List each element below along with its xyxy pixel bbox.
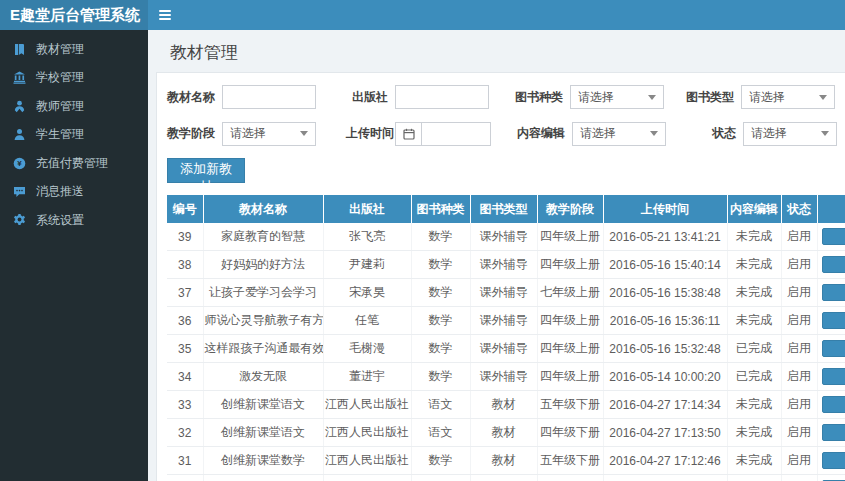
svg-text:¥: ¥ (17, 159, 22, 168)
status-select[interactable]: 请选择 (743, 122, 837, 146)
table-cell: 四年级上册 (537, 363, 603, 391)
col-header-teaching-stage: 教学阶段 (537, 195, 603, 223)
row-action-cell (817, 223, 845, 251)
teaching-stage-select[interactable]: 请选择 (222, 122, 316, 146)
table-cell: 四年级上册 (537, 251, 603, 279)
content-editor-select[interactable]: 请选择 (572, 122, 666, 146)
table-cell: 启用 (781, 251, 817, 279)
table-row: 31创维新课堂数学江西人民出版社数学教材五年级下册2016-04-27 17:1… (167, 447, 845, 475)
col-header-actions (817, 195, 845, 223)
sidebar-item-student-management[interactable]: 学生管理 (0, 121, 148, 150)
row-edit-button[interactable] (822, 452, 845, 469)
table-cell: 数学 (411, 307, 470, 335)
select-value: 请选择 (749, 89, 785, 106)
select-value: 请选择 (580, 125, 616, 142)
table-cell: 启用 (781, 419, 817, 447)
col-header-name: 教材名称 (203, 195, 323, 223)
table-cell: 已完成 (727, 363, 781, 391)
app-logo: E趣堂后台管理系统 (0, 0, 148, 30)
table-cell: 课外辅导 (470, 363, 537, 391)
row-edit-button[interactable] (822, 312, 845, 329)
hamburger-icon[interactable] (148, 0, 182, 30)
table-cell: 董进宇 (323, 363, 411, 391)
sidebar-item-recharge-management[interactable]: ¥ 充值付费管理 (0, 149, 148, 178)
table-cell: 数学 (411, 279, 470, 307)
table-cell: 课外辅导 (470, 223, 537, 251)
row-action-cell (817, 363, 845, 391)
table-cell: 启用 (781, 307, 817, 335)
table-cell: 让孩子爱学习会学习 (203, 279, 323, 307)
table-row: 36师说心灵导航教子有方任笔数学课外辅导四年级上册2016-05-16 15:3… (167, 307, 845, 335)
table-cell: 数学 (411, 447, 470, 475)
table-cell: 未完成 (727, 447, 781, 475)
message-icon (11, 185, 27, 199)
table-cell: 38 (167, 251, 203, 279)
table-cell: 教材 (470, 447, 537, 475)
table-cell: 教材 (470, 475, 537, 481)
teacher-icon (11, 99, 27, 113)
sidebar-item-school-management[interactable]: 学校管理 (0, 64, 148, 93)
textbook-name-label: 教材名称 (167, 89, 215, 106)
upload-time-input[interactable] (421, 122, 491, 146)
table-cell: 五年级下册 (537, 447, 603, 475)
book-kind-select[interactable]: 请选择 (570, 85, 664, 109)
col-header-publisher: 出版社 (323, 195, 411, 223)
row-action-cell (817, 307, 845, 335)
row-action-cell (817, 419, 845, 447)
table-cell: 35 (167, 335, 203, 363)
table-cell: 未完成 (727, 307, 781, 335)
student-icon (11, 128, 27, 142)
calendar-icon[interactable] (395, 122, 421, 146)
table-cell: 教材 (470, 391, 537, 419)
row-edit-button[interactable] (822, 340, 845, 357)
chevron-down-icon (650, 131, 658, 136)
row-edit-button[interactable] (822, 256, 845, 273)
chevron-down-icon (300, 131, 308, 136)
book-icon (11, 42, 27, 56)
publisher-input[interactable] (395, 85, 489, 109)
sidebar-item-textbook-management[interactable]: 教材管理 (0, 35, 148, 64)
table-cell: 语文 (411, 419, 470, 447)
row-edit-button[interactable] (822, 396, 845, 413)
book-type-select[interactable]: 请选择 (741, 85, 835, 109)
table-cell: 启用 (781, 363, 817, 391)
col-header-id: 编号 (167, 195, 203, 223)
table-cell: 数学 (411, 251, 470, 279)
upload-time-group (395, 122, 491, 146)
table-cell: 2016-04-27 17:11:46 (603, 475, 727, 481)
table-row: 38好妈妈的好方法尹建莉数学课外辅导四年级上册2016-05-16 15:40:… (167, 251, 845, 279)
sidebar-item-message-push[interactable]: 消息推送 (0, 178, 148, 207)
chevron-down-icon (648, 95, 656, 100)
table-cell: 2016-05-16 15:32:48 (603, 335, 727, 363)
row-action-cell (817, 251, 845, 279)
table-cell: 四年级下册 (537, 475, 603, 481)
col-header-status: 状态 (781, 195, 817, 223)
table-cell: 激发无限 (203, 363, 323, 391)
add-textbook-button[interactable]: 添加新教材 (167, 158, 245, 183)
table-cell: 数学 (411, 475, 470, 481)
table-cell: 2016-05-16 15:38:48 (603, 279, 727, 307)
table-cell: 语文 (411, 391, 470, 419)
table-cell: 已完成 (727, 335, 781, 363)
row-edit-button[interactable] (822, 424, 845, 441)
table-cell: 2016-04-27 17:12:46 (603, 447, 727, 475)
sidebar-item-teacher-management[interactable]: 教师管理 (0, 92, 148, 121)
col-header-book-kind: 图书种类 (411, 195, 470, 223)
sidebar-item-system-settings[interactable]: 系统设置 (0, 206, 148, 235)
row-edit-button[interactable] (822, 228, 845, 245)
select-value: 请选择 (578, 89, 614, 106)
col-header-book-type: 图书类型 (470, 195, 537, 223)
table-cell: 37 (167, 279, 203, 307)
select-value: 请选择 (230, 125, 266, 142)
row-edit-button[interactable] (822, 284, 845, 301)
row-edit-button[interactable] (822, 368, 845, 385)
upload-time-label: 上传时间 (346, 125, 388, 142)
status-label: 状态 (688, 125, 736, 142)
chevron-down-icon (819, 95, 827, 100)
table-cell: 五年级下册 (537, 391, 603, 419)
table-row: 39家庭教育的智慧张飞亮数学课外辅导四年级上册2016-05-21 13:41:… (167, 223, 845, 251)
textbook-name-input[interactable] (222, 85, 316, 109)
table-cell: 2016-04-27 17:13:50 (603, 419, 727, 447)
table-cell: 江西人民出版社 (323, 447, 411, 475)
content-area: 教材管理 教材名称 出版社 图书种类 请选择 图书类型 请选择 教学阶段 请选择 (148, 30, 845, 481)
